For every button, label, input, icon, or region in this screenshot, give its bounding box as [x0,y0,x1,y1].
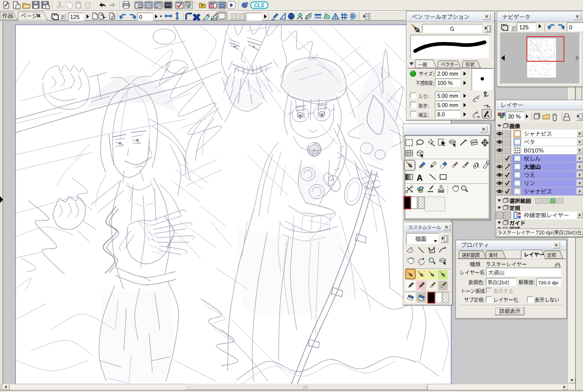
svg-text:720.0 dpi: 720.0 dpi [538,280,558,285]
svg-text:30 %: 30 % [508,113,521,120]
svg-text:0: 0 [569,24,572,30]
svg-text:A: A [417,174,423,182]
svg-text:8.0: 8.0 [437,111,445,117]
svg-text:125: 125 [519,24,528,30]
svg-text:5.00 mm: 5.00 mm [437,102,458,108]
svg-text:2.00 mm: 2.00 mm [437,71,458,77]
svg-text:100 %: 100 % [437,80,453,86]
svg-text:0: 0 [139,14,142,20]
svg-text:125: 125 [70,14,79,20]
svg-text:CLS: CLS [254,3,264,8]
svg-text:5.00 mm: 5.00 mm [437,93,458,99]
